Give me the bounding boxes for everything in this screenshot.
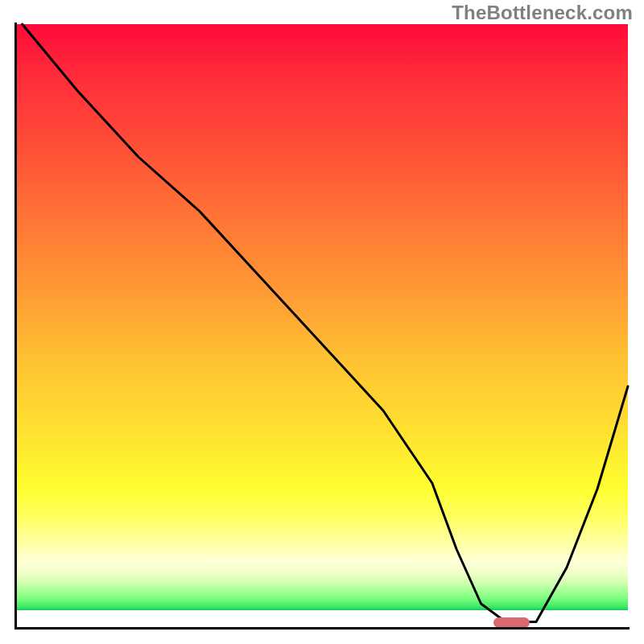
plot-background-gradient [16, 24, 628, 628]
axis-y [14, 23, 17, 630]
optimal-range-marker [493, 617, 530, 628]
chart-canvas: TheBottleneck.com [0, 0, 644, 644]
watermark-text: TheBottleneck.com [452, 2, 633, 24]
axis-x [14, 627, 630, 630]
